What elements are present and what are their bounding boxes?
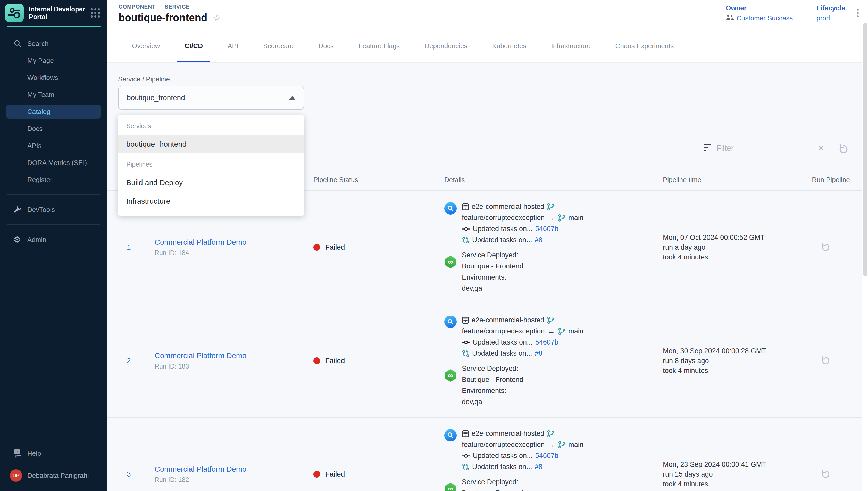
tab-scorecard[interactable]: Scorecard (255, 29, 302, 62)
cd-stage-icon: ∞ (444, 483, 457, 491)
refresh-table-button[interactable] (838, 143, 849, 157)
repository-icon (462, 317, 469, 324)
run-date: Mon, 23 Sep 2024 00:00:41 GMT (663, 460, 800, 469)
pipeline-name-link[interactable]: Commercial Platform Demo (155, 465, 307, 473)
rerun-pipeline-button[interactable] (820, 355, 831, 366)
wrench-icon (13, 205, 22, 214)
dropdown-option-build-and-deploy[interactable]: Build and Deploy (118, 173, 304, 192)
pipeline-select-dropdown: Services boutique_frontend Pipelines Bui… (118, 115, 304, 215)
sidebar-item-search[interactable]: Search (0, 35, 107, 52)
deploy-label: Service Deployed: (462, 363, 523, 374)
commit-message: Updated tasks on... (473, 223, 533, 234)
git-commit-icon (462, 453, 470, 459)
pipeline-picker-label: Service / Pipeline (118, 75, 170, 83)
sidebar-item-label: My Page (27, 57, 54, 65)
sidebar-item-apis[interactable]: APIs (0, 137, 107, 154)
sidebar-item-docs[interactable]: Docs (0, 120, 107, 137)
dropdown-option-infrastructure[interactable]: Infrastructure (118, 192, 304, 210)
lifecycle-value: prod (816, 14, 830, 22)
tab-kubernetes[interactable]: Kubernetes (484, 29, 534, 62)
git-branch-icon (558, 441, 566, 449)
more-options-kebab-icon[interactable] (856, 8, 860, 18)
rerun-pipeline-button[interactable] (820, 469, 831, 480)
sidebar: Internal Developer Portal Search My Page… (0, 0, 107, 491)
sidebar-item-label: Catalog (27, 108, 51, 116)
pull-request-icon (462, 463, 470, 471)
pr-number-link[interactable]: #8 (535, 234, 542, 246)
run-index-link[interactable]: 2 (120, 357, 149, 365)
tab-cicd[interactable]: CI/CD (176, 29, 211, 62)
run-ago: run 8 days ago (663, 356, 800, 366)
pipeline-select[interactable]: boutique_frontend (118, 86, 304, 110)
scrollbar-thumb[interactable] (863, 23, 867, 277)
sidebar-item-label: Register (27, 176, 52, 184)
tab-dependencies[interactable]: Dependencies (416, 29, 475, 62)
gear-icon: ⚙ (13, 235, 21, 244)
arrow-right-icon: → (547, 439, 555, 450)
run-index-link[interactable]: 1 (120, 243, 149, 252)
sidebar-item-admin[interactable]: ⚙ Admin (0, 231, 107, 248)
rerun-pipeline-button[interactable] (820, 242, 831, 253)
lifecycle-label: Lifecycle (816, 4, 845, 12)
repo-name: e2e-commercial-hosted (472, 201, 544, 212)
table-row: 3 Commercial Platform Demo Run ID: 182 F… (107, 418, 864, 491)
avatar: DP (10, 469, 22, 482)
pipeline-name-link[interactable]: Commercial Platform Demo (155, 238, 307, 247)
app-switcher-grid-icon[interactable] (91, 8, 100, 18)
caret-up-icon (289, 96, 296, 99)
deployed-service: Boutique - Frontend (462, 374, 523, 385)
favorite-star-icon[interactable]: ☆ (213, 13, 221, 23)
tab-overview[interactable]: Overview (124, 29, 168, 62)
sidebar-item-dora-metrics[interactable]: DORA Metrics (SEI) (0, 154, 107, 171)
entity-header: COMPONENT — SERVICE boutique-frontend ☆ … (107, 0, 868, 29)
help-button[interactable]: ? Help (0, 445, 107, 461)
tab-chaos-experiments[interactable]: Chaos Experiments (607, 29, 682, 62)
tab-feature-flags[interactable]: Feature Flags (350, 29, 408, 62)
tab-api[interactable]: API (219, 29, 247, 62)
sidebar-item-catalog[interactable]: Catalog (6, 105, 101, 119)
environments-value: dev,qa (462, 396, 523, 407)
pr-number-link[interactable]: #8 (535, 348, 542, 359)
sidebar-item-my-team[interactable]: My Team (0, 86, 107, 103)
commit-hash-link[interactable]: 54607b (535, 450, 558, 461)
environments-label: Environments: (462, 385, 523, 396)
sidebar-item-label: Docs (27, 125, 42, 133)
commit-hash-link[interactable]: 54607b (535, 337, 558, 348)
commit-message: Updated tasks on... (473, 450, 533, 461)
filter-input[interactable] (716, 144, 816, 152)
run-duration: took 4 minutes (663, 479, 800, 489)
cd-stage-icon: ∞ (444, 256, 457, 268)
dropdown-group-pipelines: Pipelines (118, 153, 304, 173)
git-branch-icon (558, 327, 566, 336)
sidebar-item-devtools[interactable]: DevTools (0, 201, 107, 218)
table-filter: × (702, 140, 826, 156)
arrow-right-icon: → (547, 212, 555, 223)
tab-docs[interactable]: Docs (310, 29, 342, 62)
owner-label: Owner (726, 4, 793, 12)
owner-link[interactable]: Customer Success (737, 14, 793, 22)
git-branch-icon (547, 203, 555, 211)
pipeline-table-body: 1 Commercial Platform Demo Run ID: 184 F… (107, 191, 864, 491)
run-index-link[interactable]: 3 (120, 470, 149, 479)
pull-request-icon (462, 349, 470, 358)
pr-number-link[interactable]: #8 (535, 461, 542, 472)
commit-hash-link[interactable]: 54607b (535, 223, 558, 234)
sidebar-item-my-page[interactable]: My Page (0, 52, 107, 69)
tab-infrastructure[interactable]: Infrastructure (543, 29, 599, 62)
sidebar-item-label: DevTools (27, 206, 55, 214)
run-ago: run a day ago (663, 242, 800, 252)
dropdown-option-boutique-frontend[interactable]: boutique_frontend (118, 135, 304, 153)
internal-developer-portal-app: Internal Developer Portal Search My Page… (0, 0, 868, 491)
sidebar-item-register[interactable]: Register (0, 171, 107, 188)
sidebar-item-workflows[interactable]: Workflows (0, 69, 107, 86)
pipeline-name-link[interactable]: Commercial Platform Demo (155, 351, 307, 360)
lifecycle-block: Lifecycle prod (816, 4, 845, 22)
git-branch-icon (547, 316, 555, 324)
app-title: Internal Developer Portal (29, 5, 91, 21)
user-menu[interactable]: DP Debabrata Panigrahi (10, 469, 107, 482)
pr-message: Updated tasks on... (472, 234, 532, 246)
target-branch: main (568, 439, 584, 450)
help-chat-icon: ? (13, 449, 23, 458)
clear-filter-icon[interactable]: × (816, 143, 826, 153)
run-duration: took 4 minutes (663, 252, 800, 262)
